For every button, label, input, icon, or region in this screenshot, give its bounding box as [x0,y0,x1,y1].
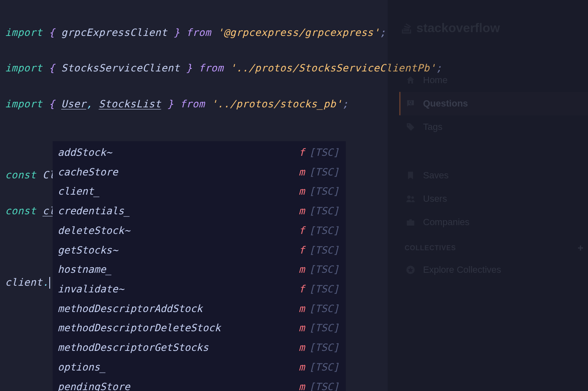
autocomplete-name: methodDescriptorAddStock [58,300,297,318]
autocomplete-kind: m [297,183,305,201]
star-badge-icon [405,264,416,276]
sidebar-item-label: Companies [423,217,469,228]
autocomplete-name: methodDescriptorGetStocks [58,339,297,357]
tag-icon [405,121,416,133]
sidebar-item-saves[interactable]: Saves [400,164,588,187]
autocomplete-name: hostname_ [58,261,297,279]
sidebar-item-label: Users [423,193,447,204]
autocomplete-name: addStock~ [58,144,297,162]
autocomplete-source: [TSC] [309,358,339,376]
from-keyword: from [180,98,205,110]
users-icon [405,193,416,205]
autocomplete-name: credentials_ [58,202,297,220]
collectives-heading: COLLECTIVES + [400,234,588,258]
sidebar-item-label: Home [423,75,448,86]
autocomplete-kind: m [297,358,305,376]
autocomplete-kind: f [297,280,305,298]
brace-close: } [180,62,199,74]
sidebar-item-label: Questions [423,98,468,109]
autocomplete-kind: m [297,300,305,318]
from-keyword: from [198,62,223,74]
sidebar-item-label: Tags [423,122,442,132]
autocomplete-kind: f [297,241,305,259]
autocomplete-kind: m [297,202,305,220]
logo-text: stackoverflow [416,21,500,35]
from-keyword: from [186,27,211,38]
autocomplete-source: [TSC] [309,222,339,240]
sidebar-item-companies[interactable]: Companies [400,211,588,234]
const-keyword: const [5,205,36,217]
autocomplete-name: client_ [58,183,297,201]
autocomplete-source: [TSC] [309,378,339,391]
import-keyword: import [5,98,43,110]
autocomplete-item[interactable]: methodDescriptorDeleteStockm[TSC] [53,318,346,338]
sidebar-item-users[interactable]: Users [400,187,588,211]
autocomplete-popup[interactable]: addStock~f[TSC]cacheStorem[TSC]client_m[… [53,141,346,391]
autocomplete-item[interactable]: addStock~f[TSC] [53,143,346,162]
stackoverflow-icon [400,22,412,34]
svg-point-1 [408,124,409,126]
autocomplete-item[interactable]: methodDescriptorGetStocksm[TSC] [53,338,346,358]
sidebar-item-questions[interactable]: Q Questions [399,92,588,115]
autocomplete-item[interactable]: pendingStorem[TSC] [53,377,346,391]
autocomplete-source: [TSC] [309,183,339,201]
autocomplete-source: [TSC] [309,144,339,162]
autocomplete-source: [TSC] [309,300,339,318]
semicolon: ; [380,27,386,38]
autocomplete-source: [TSC] [309,202,339,220]
svg-rect-4 [407,221,414,226]
autocomplete-item[interactable]: cacheStorem[TSC] [53,162,346,182]
autocomplete-source: [TSC] [309,241,339,259]
brace-close: } [167,27,186,38]
const-keyword: const [5,169,36,181]
autocomplete-item[interactable]: hostname_m[TSC] [53,260,346,279]
plus-icon[interactable]: + [578,242,584,254]
autocomplete-item[interactable]: credentials_m[TSC] [53,201,346,221]
autocomplete-source: [TSC] [309,319,339,337]
autocomplete-source: [TSC] [309,339,339,357]
autocomplete-name: deleteStock~ [58,222,297,240]
brace-close: } [161,98,180,110]
heading-text: COLLECTIVES [405,244,456,252]
autocomplete-item[interactable]: methodDescriptorAddStockm[TSC] [53,299,346,319]
bookmark-icon [405,170,416,181]
autocomplete-source: [TSC] [309,280,339,298]
object-name: client [5,277,43,288]
briefcase-icon [405,216,416,228]
autocomplete-item[interactable]: options_m[TSC] [53,358,346,377]
autocomplete-name: invalidate~ [58,280,297,298]
home-icon [405,74,416,86]
autocomplete-kind: m [297,339,305,357]
sidebar-item-explore-collectives[interactable]: Explore Collectives [400,258,588,282]
brace-open: { [43,98,61,110]
autocomplete-name: pendingStore [58,378,297,391]
import-name: StocksServiceClient [61,62,180,74]
sidebar-item-tags[interactable]: Tags [400,115,588,139]
semicolon: ; [342,98,348,110]
import-name: StocksList [99,98,161,110]
brace-open: { [43,62,61,74]
autocomplete-kind: m [297,163,305,181]
sidebar: stackoverflow Home Q Questions Tags Save… [388,0,588,391]
svg-rect-5 [409,219,412,221]
svg-text:Q: Q [409,100,412,105]
autocomplete-kind: f [297,144,305,162]
sidebar-item-home[interactable]: Home [400,69,588,92]
import-name: grpcExpressClient [61,27,167,38]
autocomplete-kind: f [297,222,305,240]
autocomplete-name: cacheStore [58,163,297,181]
autocomplete-kind: m [297,319,305,337]
autocomplete-item[interactable]: getStocks~f[TSC] [53,241,346,260]
cursor [49,277,50,289]
brace-open: { [43,27,61,38]
svg-point-3 [411,196,414,199]
stackoverflow-logo[interactable]: stackoverflow [400,21,588,35]
dot: . [43,277,49,288]
autocomplete-item[interactable]: invalidate~f[TSC] [53,279,346,299]
autocomplete-item[interactable]: deleteStock~f[TSC] [53,221,346,241]
questions-icon: Q [405,98,416,109]
autocomplete-item[interactable]: client_m[TSC] [53,182,346,201]
autocomplete-source: [TSC] [309,163,339,181]
import-keyword: import [5,27,43,38]
autocomplete-kind: m [297,261,305,279]
